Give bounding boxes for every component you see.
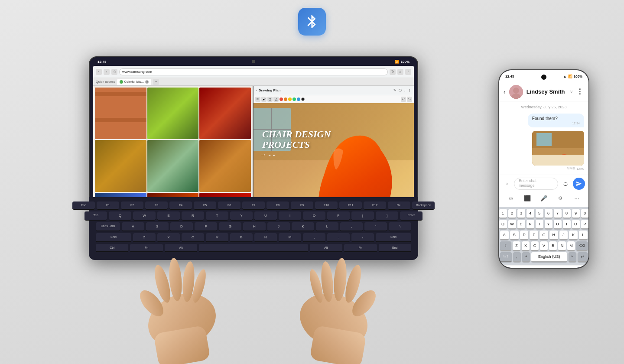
phone-key-4[interactable]: 4 (526, 209, 534, 218)
phone-key-n[interactable]: N (558, 241, 566, 251)
key-s[interactable]: S (146, 222, 169, 231)
chat-input[interactable]: Enter chat message (514, 178, 558, 190)
phone-key-h[interactable]: H (549, 231, 558, 240)
key-f1[interactable]: F1 (97, 202, 119, 210)
key-bracket-r[interactable]: ] (376, 211, 398, 221)
key-f2[interactable]: F2 (121, 202, 143, 210)
phone-key-2[interactable]: 2 (508, 209, 516, 218)
key-f7[interactable]: F7 (242, 202, 265, 210)
key-bracket-l[interactable]: [ (351, 211, 374, 221)
key-i[interactable]: I (279, 211, 301, 221)
key-k[interactable]: K (292, 222, 314, 231)
phone-key-c[interactable]: C (531, 241, 539, 251)
key-f5[interactable]: F5 (194, 202, 216, 210)
key-tab[interactable]: Tab (84, 211, 107, 221)
drawing-back[interactable]: ‹ (256, 88, 257, 92)
key-alt[interactable]: Alt (165, 244, 197, 252)
drawing-export[interactable]: ↓ (404, 88, 406, 92)
phone-key-lang-r[interactable]: ▸ (569, 252, 576, 262)
key-f6[interactable]: F6 (218, 202, 240, 210)
phone-key-shift[interactable]: ⇧ (500, 241, 511, 251)
phone-key-m[interactable]: M (567, 241, 575, 251)
key-f9[interactable]: F9 (291, 202, 313, 210)
key-t[interactable]: T (206, 211, 228, 221)
phone-key-d[interactable]: D (520, 231, 529, 240)
color-blue[interactable] (297, 98, 300, 101)
key-c[interactable]: C (182, 233, 204, 242)
message-image[interactable] (532, 131, 584, 166)
shape-tool[interactable]: △ (273, 97, 279, 102)
forward-button[interactable]: › (104, 69, 110, 75)
key-w[interactable]: W (133, 211, 156, 221)
phone-nav-home[interactable] (532, 268, 540, 268)
key-m[interactable]: M (279, 233, 301, 242)
key-z[interactable]: Z (133, 233, 156, 242)
color-black[interactable] (301, 98, 305, 101)
drawing-share[interactable]: ⬡ (399, 88, 402, 92)
key-shift-l[interactable]: Shift (96, 233, 131, 242)
key-y[interactable]: Y (230, 211, 253, 221)
phone-key-a[interactable]: A (500, 231, 509, 240)
phone-key-5[interactable]: 5 (536, 209, 543, 218)
url-bar[interactable]: www.samsung.com (119, 68, 388, 75)
phone-key-k[interactable]: K (569, 231, 578, 240)
color-orange[interactable] (284, 98, 287, 101)
phone-key-lang[interactable]: ◂ (522, 252, 530, 262)
key-end[interactable]: End (379, 244, 411, 252)
phone-key-comma[interactable]: , (513, 252, 521, 262)
key-backslash[interactable]: \ (389, 222, 411, 231)
key-shift-r[interactable]: Shift (376, 233, 411, 242)
key-space[interactable] (199, 244, 308, 252)
tab-close-button[interactable]: ✕ (145, 80, 149, 84)
phone-key-b[interactable]: B (549, 241, 557, 251)
key-slash[interactable]: / (351, 233, 374, 242)
key-comma[interactable]: , (303, 233, 325, 242)
phone-key-i[interactable]: I (563, 220, 571, 229)
key-fn-r[interactable]: Fn (344, 244, 377, 252)
refresh-button[interactable]: ↻ (390, 69, 396, 75)
phone-key-q[interactable]: Q (499, 220, 507, 229)
browser-tab[interactable]: Colorful kitc... ✕ (117, 79, 151, 85)
phone-key-1[interactable]: 1 (499, 209, 507, 218)
sticker-button[interactable]: ☺ (506, 193, 516, 203)
key-fn[interactable]: Fn (130, 244, 162, 252)
phone-key-s[interactable]: S (510, 231, 519, 240)
key-capslock[interactable]: Caps Lock (96, 222, 120, 231)
more-toolbar-button[interactable]: ··· (572, 193, 582, 203)
voice-button[interactable]: 🎤 (539, 193, 549, 203)
phone-key-0[interactable]: 0 (581, 209, 589, 218)
phone-key-v[interactable]: V (540, 241, 548, 251)
key-g[interactable]: G (219, 222, 241, 231)
key-semicolon[interactable]: ; (340, 222, 363, 231)
back-button[interactable]: ‹ (96, 69, 102, 75)
new-tab-button[interactable]: + (153, 79, 159, 85)
key-n[interactable]: N (254, 233, 277, 242)
phone-key-e[interactable]: E (517, 220, 525, 229)
key-a[interactable]: A (122, 222, 144, 231)
phone-key-l[interactable]: L (579, 231, 588, 240)
chat-back-button[interactable]: ‹ (504, 88, 506, 95)
emoji-button[interactable]: ☺ (561, 179, 570, 188)
key-f10[interactable]: F10 (315, 202, 338, 210)
color-yellow[interactable] (288, 98, 292, 101)
phone-key-7[interactable]: 7 (554, 209, 562, 218)
more-options-button[interactable]: ⋮ (576, 88, 584, 96)
pen-tool[interactable]: ✏ (255, 97, 260, 102)
phone-key-y[interactable]: Y (545, 220, 552, 229)
phone-key-r[interactable]: R (526, 220, 534, 229)
key-p[interactable]: P (327, 211, 350, 221)
phone-key-3[interactable]: 3 (517, 209, 525, 218)
phone-key-8[interactable]: 8 (563, 209, 571, 218)
phone-key-p[interactable]: P (581, 220, 589, 229)
phone-key-x[interactable]: X (522, 241, 530, 251)
key-u[interactable]: U (254, 211, 277, 221)
home-button[interactable]: ⌂ (397, 69, 403, 75)
brush-tool[interactable]: 🖌 (261, 97, 266, 102)
key-e[interactable]: E (157, 211, 180, 221)
eraser-tool[interactable]: ◻ (267, 97, 273, 102)
phone-key-w[interactable]: W (508, 220, 516, 229)
key-l[interactable]: L (316, 222, 338, 231)
key-x[interactable]: X (157, 233, 180, 242)
key-d[interactable]: D (170, 222, 193, 231)
key-f4[interactable]: F4 (169, 202, 192, 210)
